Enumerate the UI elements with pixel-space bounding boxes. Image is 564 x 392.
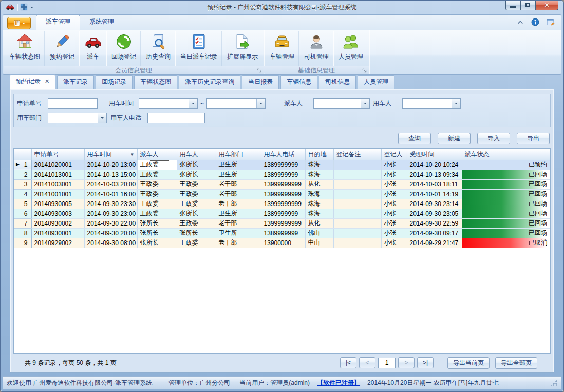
- last-page-button[interactable]: >|: [417, 357, 434, 368]
- status-cell[interactable]: 已回场: [462, 170, 550, 179]
- cell[interactable]: 张所长: [177, 160, 216, 170]
- doc-tab-派车记录[interactable]: 派车记录: [57, 75, 94, 89]
- cell[interactable]: [333, 179, 381, 189]
- cell[interactable]: 2014-10-13 15:00: [84, 170, 137, 179]
- cell[interactable]: 2014-09-30 23:14: [407, 199, 462, 209]
- ribbon-button-历史查询[interactable]: 历史查询: [141, 31, 175, 66]
- table-row[interactable]: 6201409300032014-09-30 23:00王政委张所长卫生所138…: [14, 209, 550, 218]
- cell[interactable]: 小张: [381, 238, 407, 248]
- cell[interactable]: 卫生所: [216, 228, 261, 238]
- qat-dropdown-icon[interactable]: [30, 7, 33, 10]
- help-update-icon[interactable]: [547, 18, 556, 26]
- cell[interactable]: 2014-10-01 14:19: [407, 189, 462, 199]
- use-time-to-combo[interactable]: [206, 98, 266, 109]
- dialog-launcher-icon[interactable]: [256, 68, 262, 75]
- application-menu-button[interactable]: [7, 17, 31, 29]
- cell[interactable]: 老干部: [216, 238, 261, 248]
- cell[interactable]: 20140930002: [31, 218, 84, 228]
- cell[interactable]: [333, 238, 381, 248]
- next-page-button[interactable]: >: [398, 357, 415, 368]
- status-cell[interactable]: 已回场: [462, 209, 550, 218]
- ribbon-button-回场登记[interactable]: 回场登记: [106, 31, 141, 66]
- cell[interactable]: 13999999999: [261, 179, 305, 189]
- cell[interactable]: 小张: [381, 189, 407, 199]
- cell[interactable]: [333, 218, 381, 228]
- info-icon[interactable]: [531, 18, 539, 26]
- cell[interactable]: 张所长: [137, 238, 177, 248]
- status-cell[interactable]: 已回场: [462, 179, 550, 189]
- cell[interactable]: 20140930003: [31, 209, 84, 218]
- row-selector[interactable]: 6: [14, 209, 31, 218]
- cell[interactable]: 小张: [381, 160, 407, 170]
- cell[interactable]: 小张: [381, 199, 407, 209]
- maximize-button[interactable]: [520, 1, 535, 10]
- cell[interactable]: 珠海: [305, 170, 333, 179]
- cell[interactable]: 2014-09-30 23:30: [84, 199, 137, 209]
- column-header-用车人电话[interactable]: 用车人电话: [261, 149, 305, 160]
- cell[interactable]: [333, 228, 381, 238]
- row-selector[interactable]: 9: [14, 238, 31, 248]
- cell[interactable]: [333, 189, 381, 199]
- cell[interactable]: 20141020001: [31, 160, 84, 170]
- cell[interactable]: 2014-09-30 08:00: [84, 238, 137, 248]
- column-header-派车状态[interactable]: 派车状态: [462, 149, 550, 160]
- sort-arrow-icon[interactable]: ▼: [130, 152, 135, 157]
- cell[interactable]: [333, 209, 381, 218]
- ribbon-button-预约登记[interactable]: 预约登记: [45, 31, 79, 66]
- cell[interactable]: 13999999999: [261, 218, 305, 228]
- cell[interactable]: 王政委: [137, 160, 177, 170]
- cell[interactable]: 小张: [381, 218, 407, 228]
- license-status-link[interactable]: 【软件已注册】: [317, 379, 360, 387]
- cell[interactable]: 1389999999: [261, 209, 305, 218]
- table-row[interactable]: 2201410130012014-10-13 15:00王政委张所长卫生所138…: [14, 170, 550, 179]
- cell[interactable]: 王政委: [137, 199, 177, 209]
- cell[interactable]: 王政委: [137, 209, 177, 218]
- cell[interactable]: [333, 170, 381, 179]
- cell[interactable]: 王政委: [177, 218, 216, 228]
- export-all-pages-button[interactable]: 导出全部页: [495, 357, 537, 369]
- table-row[interactable]: 9201409290022014-09-30 08:00张所长王政委老干部139…: [14, 238, 550, 248]
- column-header-登记备注[interactable]: 登记备注: [333, 149, 381, 160]
- column-header-目的地[interactable]: 目的地: [305, 149, 333, 160]
- column-header-登记人[interactable]: 登记人: [381, 149, 407, 160]
- export-button[interactable]: 导出: [517, 133, 550, 144]
- doc-tab-车辆状态图[interactable]: 车辆状态图: [134, 75, 177, 89]
- ribbon-button-车辆状态图[interactable]: 车辆状态图: [5, 31, 45, 66]
- cell[interactable]: 2014-10-20 13:00: [84, 160, 137, 170]
- cell[interactable]: 20141003001: [31, 179, 84, 189]
- doc-tab-回场记录[interactable]: 回场记录: [96, 75, 133, 89]
- table-row[interactable]: 3201410030012014-10-03 20:00王政委王政委老干部139…: [14, 179, 550, 189]
- table-row[interactable]: 5201409300052014-09-30 23:30王政委王政委老干部139…: [14, 199, 550, 209]
- column-header-selector[interactable]: [14, 149, 31, 160]
- prev-page-button[interactable]: <: [359, 357, 375, 368]
- cell[interactable]: 佛山: [305, 228, 333, 238]
- cell[interactable]: 老干部: [216, 218, 261, 228]
- row-selector[interactable]: 4: [14, 189, 31, 199]
- cell[interactable]: 2014-09-30 22:00: [84, 218, 137, 228]
- status-cell[interactable]: 已预约: [462, 160, 550, 170]
- ribbon-button-车辆管理[interactable]: 车辆管理: [265, 31, 299, 66]
- doc-tab-人员管理[interactable]: 人员管理: [358, 75, 394, 89]
- cell[interactable]: [333, 160, 381, 170]
- column-header-受理时间[interactable]: 受理时间: [407, 149, 462, 160]
- cell[interactable]: 从化: [305, 179, 333, 189]
- chevron-down-icon[interactable]: [452, 99, 460, 108]
- export-current-page-button[interactable]: 导出当前页: [447, 357, 490, 369]
- cell[interactable]: 小张: [381, 170, 407, 179]
- cell[interactable]: 王政委: [177, 199, 216, 209]
- cell[interactable]: 张所长: [177, 228, 216, 238]
- cell[interactable]: 2014-10-03 18:11: [407, 179, 462, 189]
- column-header-用车人[interactable]: 用车人: [177, 149, 216, 160]
- cell[interactable]: 张所长: [137, 218, 177, 228]
- row-selector[interactable]: 7: [14, 218, 31, 228]
- cell[interactable]: 王政委: [137, 170, 177, 179]
- cell[interactable]: 小张: [381, 209, 407, 218]
- column-header-用车时间[interactable]: 用车时间▼: [84, 149, 137, 160]
- layout-icon[interactable]: [20, 3, 28, 12]
- cell[interactable]: 王政委: [177, 179, 216, 189]
- doc-tab-司机信息[interactable]: 司机信息: [319, 75, 356, 89]
- cell[interactable]: 王政委: [137, 179, 177, 189]
- cell[interactable]: 20140930001: [31, 228, 84, 238]
- row-selector[interactable]: 3: [14, 179, 31, 189]
- cell[interactable]: 珠海: [305, 199, 333, 209]
